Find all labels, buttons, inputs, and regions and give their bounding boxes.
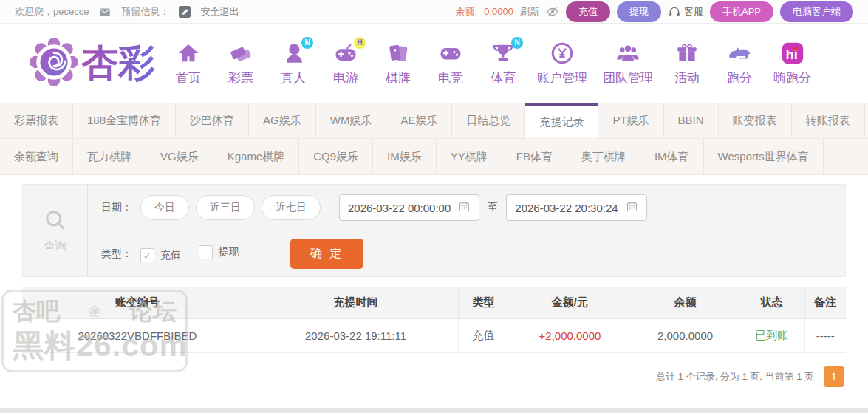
- tab-Wesports世界体育[interactable]: Wesports世界体育: [704, 139, 824, 174]
- column-header: 备注: [804, 287, 846, 318]
- site-logo[interactable]: 杏彩: [30, 38, 155, 89]
- mobile-app-button[interactable]: 手机APP: [710, 1, 773, 22]
- tab-账变报表[interactable]: 账变报表: [719, 103, 792, 138]
- date-from-value: 2026-03-22 00:00:00: [348, 202, 451, 214]
- topbar: 欢迎您，pececce 预留信息： 安全退出 余额: 0.0000 刷新 充值 …: [0, 0, 868, 24]
- tab-余额查询[interactable]: 余额查询: [0, 139, 73, 174]
- team-icon: [614, 41, 642, 67]
- nav-item-10[interactable]: 跑分: [718, 41, 761, 86]
- customer-service[interactable]: 客服: [668, 5, 703, 18]
- tab-Kgame棋牌[interactable]: Kgame棋牌: [213, 139, 300, 174]
- main-navbar: 杏彩 首页 彩票 N 真人 H 电游 棋牌 电竞 N 体育 账户管理: [0, 24, 868, 103]
- pagination: 总计 1 个记录, 分为 1 页, 当前第 1 页 1: [24, 366, 844, 387]
- submit-button[interactable]: 确 定: [290, 239, 363, 269]
- pagination-summary: 总计 1 个记录, 分为 1 页, 当前第 1 页: [656, 370, 814, 383]
- type-filter-row: 类型： ✓ 充值 提现 确 定: [101, 231, 832, 276]
- eye-slash-icon[interactable]: [546, 5, 559, 18]
- tab-PT娱乐[interactable]: PT娱乐: [598, 103, 663, 138]
- tab-充提记录[interactable]: 充提记录: [525, 103, 598, 138]
- type-option-label: 提现: [219, 245, 239, 259]
- checkbox-icon[interactable]: [199, 245, 213, 259]
- tab-WM娱乐[interactable]: WM娱乐: [316, 103, 387, 138]
- edit-icon[interactable]: [179, 5, 191, 18]
- tab-沙巴体育[interactable]: 沙巴体育: [176, 103, 249, 138]
- nav-item-label: 体育: [485, 69, 522, 86]
- type-option-提现[interactable]: 提现: [199, 245, 239, 259]
- tab-转账报表[interactable]: 转账报表: [792, 103, 865, 138]
- date-from-input[interactable]: 2026-03-22 00:00:00: [339, 194, 479, 221]
- esports-icon: [437, 41, 465, 67]
- nav-item-label: 团队管理: [603, 69, 653, 86]
- records-table: 账变编号充提时间类型金额/元余额状态备注 20260322VBDFFBIBED2…: [22, 287, 846, 353]
- filter-panel: 查询 日期： 今日近三日近七日 2026-03-22 00:00:00 至 20…: [22, 184, 846, 277]
- nav-item-1[interactable]: 彩票: [219, 41, 262, 86]
- quick-range-近七日[interactable]: 近七日: [262, 195, 321, 220]
- nav-item-6[interactable]: N 体育: [482, 41, 524, 86]
- date-label: 日期：: [101, 201, 132, 214]
- hi-app-icon: hi: [779, 41, 807, 67]
- tab-row-2: 余额查询瓦力棋牌VG娱乐Kgame棋牌CQ9娱乐IM娱乐YY棋牌FB体育奥丁棋牌…: [0, 139, 868, 175]
- records-table-wrap: 账变编号充提时间类型金额/元余额状态备注 20260322VBDFFBIBED2…: [22, 287, 846, 353]
- refresh-link[interactable]: 刷新: [520, 5, 539, 18]
- trophy-icon: N: [489, 41, 517, 67]
- tab-CQ9娱乐[interactable]: CQ9娱乐: [299, 139, 373, 174]
- nav-item-3[interactable]: H 电游: [324, 41, 367, 86]
- nav-item-label: 嗨跑分: [773, 69, 811, 86]
- live-person-icon: N: [279, 41, 307, 67]
- checkbox-checked-icon[interactable]: ✓: [140, 248, 154, 262]
- welcome-text: 欢迎您，pececce: [15, 5, 89, 18]
- nav-item-0[interactable]: 首页: [167, 41, 210, 86]
- tab-AE娱乐[interactable]: AE娱乐: [386, 103, 452, 138]
- column-header: 充提时间: [253, 287, 459, 318]
- tab-VG娱乐[interactable]: VG娱乐: [146, 139, 213, 174]
- service-label: 客服: [684, 5, 703, 18]
- tab-瓦力棋牌[interactable]: 瓦力棋牌: [73, 139, 146, 174]
- pc-client-button[interactable]: 电脑客户端: [780, 1, 853, 22]
- nav-item-5[interactable]: 电竞: [429, 41, 472, 86]
- withdraw-button[interactable]: 提现: [617, 1, 661, 22]
- nav-item-8[interactable]: 团队管理: [600, 41, 656, 86]
- nav-item-9[interactable]: 活动: [666, 41, 708, 86]
- nav-item-11[interactable]: hi 嗨跑分: [770, 41, 814, 86]
- nav-item-label: 首页: [170, 69, 207, 86]
- balance-value: 0.0000: [484, 6, 513, 17]
- page-button-1[interactable]: 1: [824, 366, 844, 387]
- nav-item-4[interactable]: 棋牌: [377, 41, 420, 86]
- tab-彩票报表[interactable]: 彩票报表: [0, 103, 73, 138]
- recharge-button[interactable]: 充值: [566, 1, 610, 22]
- yuan-coin-icon: [548, 41, 576, 67]
- badge-h: H: [354, 37, 366, 49]
- search-icon: [42, 207, 69, 236]
- logout-link[interactable]: 安全退出: [200, 5, 239, 18]
- date-to-input[interactable]: 2026-03-22 20:30:24: [506, 194, 646, 221]
- cell-balance: 2,000.0000: [632, 318, 739, 352]
- tab-奥丁棋牌[interactable]: 奥丁棋牌: [567, 139, 640, 174]
- quick-range-今日[interactable]: 今日: [140, 195, 189, 220]
- tab-YY棋牌[interactable]: YY棋牌: [437, 139, 502, 174]
- date-to-value: 2026-03-22 20:30:24: [515, 202, 618, 214]
- tab-AG娱乐[interactable]: AG娱乐: [249, 103, 316, 138]
- tab-日结总览[interactable]: 日结总览: [452, 103, 525, 138]
- type-label: 类型：: [101, 248, 132, 261]
- type-option-充值[interactable]: ✓ 充值: [140, 248, 181, 262]
- tab-IM娱乐[interactable]: IM娱乐: [373, 139, 437, 174]
- nav-item-label: 账户管理: [537, 69, 587, 86]
- quick-range-近三日[interactable]: 近三日: [196, 195, 255, 220]
- reserved-info-label: 预留信息：: [121, 5, 169, 18]
- tab-188金宝博体育[interactable]: 188金宝博体育: [73, 103, 176, 138]
- tab-BBIN[interactable]: BBIN: [664, 103, 719, 138]
- tab-FB体育[interactable]: FB体育: [502, 139, 567, 174]
- column-header: 状态: [739, 287, 804, 318]
- nav-item-2[interactable]: N 真人: [272, 41, 315, 86]
- tab-返点总额[interactable]: 返点总额: [865, 103, 868, 138]
- quick-range-group: 今日近三日近七日: [140, 195, 321, 220]
- nav-item-7[interactable]: 账户管理: [534, 41, 590, 86]
- table-row: 20260322VBDFFBIBED2026-03-22 19:11:11充值+…: [22, 318, 846, 352]
- ticket-icon: [227, 41, 255, 67]
- tab-row-1: 彩票报表188金宝博体育沙巴体育AG娱乐WM娱乐AE娱乐日结总览充提记录PT娱乐…: [0, 103, 868, 139]
- to-label: 至: [488, 201, 498, 214]
- calendar-icon: [458, 200, 471, 215]
- mail-icon[interactable]: [98, 5, 112, 18]
- tab-IM体育[interactable]: IM体育: [640, 139, 704, 174]
- nav-item-label: 彩票: [222, 69, 259, 86]
